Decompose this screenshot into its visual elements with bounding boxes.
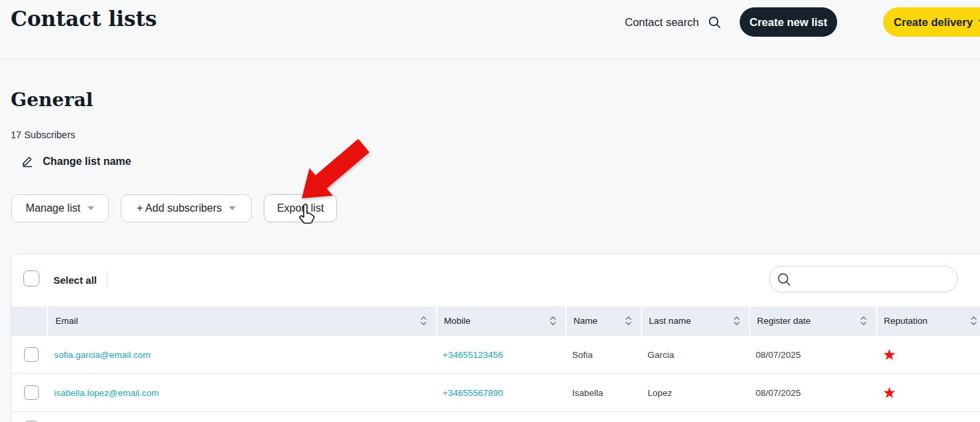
add-subscribers-button[interactable]: + Add subscribers xyxy=(121,194,252,222)
sort-icon xyxy=(971,316,977,326)
contact-search-button[interactable]: Contact search xyxy=(625,12,721,32)
export-list-label: Export list xyxy=(277,202,324,214)
mobile-link[interactable]: +34655567890 xyxy=(443,388,503,398)
register-date-cell: 08/07/2025 xyxy=(749,373,876,411)
search-icon xyxy=(708,16,721,29)
row-checkbox[interactable] xyxy=(24,347,39,362)
reputation-star-icon: ★ xyxy=(883,347,897,363)
column-header-register-date[interactable]: Register date xyxy=(749,306,876,335)
pencil-icon xyxy=(21,155,34,168)
change-list-name-button[interactable]: Change list name xyxy=(21,155,131,168)
toolbar-divider xyxy=(107,272,107,288)
reputation-star-icon: ★ xyxy=(883,385,897,401)
select-all-checkbox[interactable] xyxy=(23,270,39,286)
list-name: General xyxy=(11,89,93,111)
sort-icon xyxy=(861,316,867,326)
subscribers-card: Select all Email Mobile Name Last name R… xyxy=(11,254,980,422)
table-search-input[interactable] xyxy=(796,266,957,292)
column-header-reputation[interactable]: Reputation xyxy=(876,306,980,335)
table-row: isabella.lopez@email.com +34655567890 Is… xyxy=(11,373,980,411)
last-name-cell: Lopez xyxy=(641,373,749,411)
header-divider xyxy=(0,59,980,59)
subscribers-count: 17 Subscribers xyxy=(11,130,75,140)
register-date-cell: 08/07/2025 xyxy=(749,335,876,373)
table-row: sofia.garcia@email.com +34655123456 Sofi… xyxy=(11,335,980,373)
select-all-label: Select all xyxy=(53,274,97,286)
caret-down-icon xyxy=(87,206,94,210)
contact-search-label: Contact search xyxy=(625,16,699,29)
sort-icon xyxy=(421,316,427,326)
name-cell: Sofia xyxy=(565,335,641,373)
sort-icon xyxy=(550,316,556,326)
sort-icon xyxy=(734,316,740,326)
email-link[interactable]: sofia.garcia@email.com xyxy=(54,350,150,360)
email-link[interactable]: isabella.lopez@email.com xyxy=(54,388,159,398)
column-header-email[interactable]: Email xyxy=(47,306,436,335)
change-list-name-label: Change list name xyxy=(43,156,131,168)
table-search-box[interactable] xyxy=(769,266,958,292)
caret-down-icon xyxy=(229,206,236,210)
mobile-link[interactable]: +34655123456 xyxy=(443,350,503,360)
create-new-list-button[interactable]: Create new list xyxy=(740,7,837,37)
manage-list-button[interactable]: Manage list xyxy=(11,194,109,222)
checkbox-column-header xyxy=(11,306,47,335)
column-header-mobile[interactable]: Mobile xyxy=(436,306,565,335)
sort-icon xyxy=(626,316,632,326)
row-checkbox[interactable] xyxy=(24,385,39,400)
create-new-list-label: Create new list xyxy=(750,16,827,29)
manage-list-label: Manage list xyxy=(26,202,81,214)
column-header-last-name[interactable]: Last name xyxy=(641,306,749,335)
export-list-button[interactable]: Export list xyxy=(264,194,337,222)
search-icon xyxy=(777,272,791,286)
last-name-cell: Garcia xyxy=(641,335,749,373)
table-row-partial xyxy=(11,411,980,422)
create-delivery-label: Create delivery xyxy=(894,16,973,29)
add-subscribers-label: + Add subscribers xyxy=(137,202,222,214)
column-header-name[interactable]: Name xyxy=(565,306,641,335)
page-title: Contact lists xyxy=(11,7,157,31)
create-delivery-button[interactable]: Create delivery xyxy=(883,7,980,37)
table-header-row: Email Mobile Name Last name Register dat… xyxy=(11,306,980,335)
name-cell: Isabella xyxy=(565,373,641,411)
